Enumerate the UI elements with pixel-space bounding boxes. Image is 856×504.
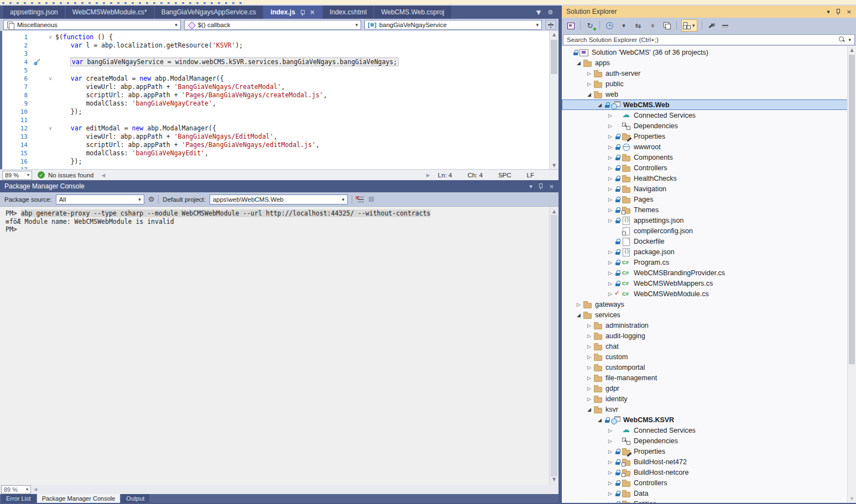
- panel-titlebar[interactable]: Package Manager Console ▾ ×: [0, 180, 559, 192]
- code-line[interactable]: 4 var bangGiaVeNgayService = window.webC…: [2, 58, 549, 66]
- tree-collapsed-arrow-icon[interactable]: ▷: [606, 291, 614, 297]
- editor-tab[interactable]: WebCMSWebModule.cs*: [66, 6, 154, 19]
- tree-item[interactable]: ▷WebCMSWebModule.cs: [562, 288, 856, 299]
- scroll-down-arrow[interactable]: ▼: [550, 163, 559, 168]
- tree-item[interactable]: ▷WebCMSWebMappers.cs: [562, 278, 856, 288]
- panel-titlebar[interactable]: Solution Explorer ▾ ×: [562, 6, 856, 18]
- switch-views-icon[interactable]: [566, 20, 576, 31]
- split-editor-handle[interactable]: ▴ ▾: [545, 20, 556, 30]
- active-files-overflow-icon[interactable]: ▼: [536, 9, 541, 16]
- tree-item[interactable]: ▷Themes: [562, 204, 856, 215]
- console-zoom-dropdown[interactable]: 89 % ▾: [1, 485, 31, 494]
- tree-collapsed-arrow-icon[interactable]: ▷: [606, 491, 614, 496]
- tree-expanded-arrow-icon[interactable]: ◢: [585, 407, 593, 412]
- tree-item[interactable]: ▷BuildHost-net472: [562, 456, 856, 467]
- tree-expanded-arrow-icon[interactable]: ◢: [596, 417, 604, 423]
- tree-expanded-arrow-icon[interactable]: ◢: [585, 92, 593, 97]
- tree-item[interactable]: ◢WebCMS.KSVR: [562, 414, 856, 425]
- fold-marker[interactable]: ∨: [45, 124, 55, 133]
- code-line[interactable]: 17: [2, 166, 549, 169]
- pin-tab-icon[interactable]: [300, 9, 305, 15]
- chevron-down-icon[interactable]: ▾: [619, 20, 629, 31]
- tree-item[interactable]: ▷Dependencies: [562, 120, 856, 131]
- tree-item[interactable]: ▷gdpr: [562, 383, 856, 393]
- properties-icon[interactable]: [662, 20, 672, 31]
- tree-collapsed-arrow-icon[interactable]: ▷: [575, 302, 583, 307]
- window-position-icon[interactable]: ▾: [827, 8, 830, 15]
- scroll-up-arrow[interactable]: ▲: [550, 32, 559, 37]
- tree-collapsed-arrow-icon[interactable]: ▷: [606, 480, 614, 486]
- tree-item[interactable]: ▷Pages: [562, 194, 856, 204]
- collapse-all-icon[interactable]: «: [648, 20, 657, 31]
- tree-item[interactable]: ▷file-management: [562, 372, 856, 383]
- tree-collapsed-arrow-icon[interactable]: ▷: [606, 123, 614, 129]
- code-editor[interactable]: 1∨$(function () {2 var l = abp.localizat…: [0, 31, 559, 169]
- tree-item[interactable]: ▷BuildHost-netcore: [562, 467, 856, 477]
- code-line[interactable]: 2 var l = abp.localization.getResource('…: [2, 41, 549, 50]
- symbol-dropdown[interactable]: [] bangGiaVeNgayService ▾: [364, 20, 542, 30]
- tree-collapsed-arrow-icon[interactable]: ▷: [606, 155, 614, 160]
- fold-marker[interactable]: ∨: [45, 33, 55, 41]
- tree-collapsed-arrow-icon[interactable]: ▷: [606, 165, 614, 171]
- package-source-settings-gear-icon[interactable]: ⚙: [148, 195, 155, 203]
- show-all-files-toggle[interactable]: ▾: [681, 19, 697, 32]
- fold-marker[interactable]: ∨: [45, 75, 55, 83]
- tree-item[interactable]: Dockerfile: [562, 236, 856, 246]
- tree-item[interactable]: ▷Controllers: [562, 162, 856, 173]
- panel-tab[interactable]: Error List: [1, 494, 36, 503]
- scroll-down-arrow[interactable]: ▼: [848, 496, 856, 501]
- tree-collapsed-arrow-icon[interactable]: ▷: [585, 354, 593, 360]
- code-line[interactable]: 15 modalClass: 'bangGiaVeNgayEdit',: [2, 149, 549, 158]
- console-vertical-scrollbar[interactable]: ▲ ▼: [549, 207, 559, 485]
- code-line[interactable]: 3: [2, 50, 549, 58]
- search-icon[interactable]: [839, 36, 845, 43]
- close-tab-icon[interactable]: ×: [310, 9, 315, 15]
- tree-collapsed-arrow-icon[interactable]: ▷: [585, 333, 593, 339]
- tree-item[interactable]: ▷audit-logging: [562, 330, 856, 341]
- tree-item[interactable]: ▷Connected Services: [562, 425, 856, 435]
- tree-collapsed-arrow-icon[interactable]: ▷: [585, 386, 593, 391]
- tree-item[interactable]: ▷gateways: [562, 299, 856, 309]
- tree-item[interactable]: ◢web: [562, 89, 856, 99]
- tree-collapsed-arrow-icon[interactable]: ▷: [606, 249, 614, 255]
- tree-item[interactable]: ◢ksvr: [562, 404, 856, 414]
- tree-item[interactable]: ▷HealthChecks: [562, 173, 856, 183]
- code-line[interactable]: 7 viewUrl: abp.appPath + 'BangGiaVeNgays…: [2, 83, 549, 91]
- editor-tab[interactable]: BangGiaVeNgaysAppService.cs: [155, 6, 263, 19]
- scrollbar-thumb[interactable]: [849, 55, 855, 364]
- project-scope-dropdown[interactable]: Miscellaneous ▾: [3, 20, 181, 30]
- editor-tab[interactable]: appsettings.json: [3, 6, 65, 19]
- close-icon[interactable]: ×: [847, 8, 852, 15]
- clear-console-icon[interactable]: [356, 196, 365, 203]
- pin-icon[interactable]: [836, 9, 841, 15]
- code-line[interactable]: 13 viewUrl: abp.appPath + 'BangGiaVeNgay…: [2, 133, 549, 141]
- tree-item[interactable]: Solution 'WebCMS' (36 of 36 projects): [562, 47, 856, 57]
- tree-collapsed-arrow-icon[interactable]: ▷: [606, 270, 614, 276]
- code-line[interactable]: 16 });: [2, 158, 549, 166]
- tree-expanded-arrow-icon[interactable]: ◢: [596, 102, 604, 108]
- code-line[interactable]: 14 scriptUrl: abp.appPath + 'Pages/BangG…: [2, 141, 549, 149]
- tree-item[interactable]: ▷Dependencies: [562, 435, 856, 446]
- tree-collapsed-arrow-icon[interactable]: ▷: [585, 71, 593, 76]
- tree-item[interactable]: ▷administration: [562, 320, 856, 330]
- editor-horizontal-scrollbar[interactable]: ◀ ▶: [99, 172, 432, 178]
- panel-tab[interactable]: Output: [121, 494, 149, 503]
- scroll-left-arrow[interactable]: ◀: [101, 172, 105, 178]
- default-project-dropdown[interactable]: apps\web\WebCMS.Web ▾: [210, 195, 348, 204]
- tree-collapsed-arrow-icon[interactable]: ▷: [606, 501, 614, 503]
- tree-item[interactable]: ◢apps: [562, 57, 856, 68]
- editor-tab[interactable]: WebCMS.Web.csproj: [374, 6, 451, 19]
- tree-item[interactable]: ▷Program.cs: [562, 257, 856, 267]
- tree-collapsed-arrow-icon[interactable]: ▷: [606, 113, 614, 118]
- code-line[interactable]: 12∨ var editModal = new abp.ModalManager…: [2, 124, 549, 133]
- tree-item[interactable]: ▷identity: [562, 393, 856, 404]
- tree-item[interactable]: ▷Controllers: [562, 477, 856, 488]
- tree-collapsed-arrow-icon[interactable]: ▷: [585, 81, 593, 87]
- scroll-right-arrow[interactable]: ▶: [426, 172, 430, 178]
- code-line[interactable]: 6∨ var createModal = new abp.ModalManage…: [2, 75, 549, 83]
- tree-collapsed-arrow-icon[interactable]: ▷: [606, 186, 614, 192]
- tree-collapsed-arrow-icon[interactable]: ▷: [606, 260, 614, 265]
- tree-collapsed-arrow-icon[interactable]: ▷: [606, 470, 614, 475]
- tree-item[interactable]: ▷wwwroot: [562, 141, 856, 152]
- tree-expanded-arrow-icon[interactable]: ◢: [575, 312, 583, 318]
